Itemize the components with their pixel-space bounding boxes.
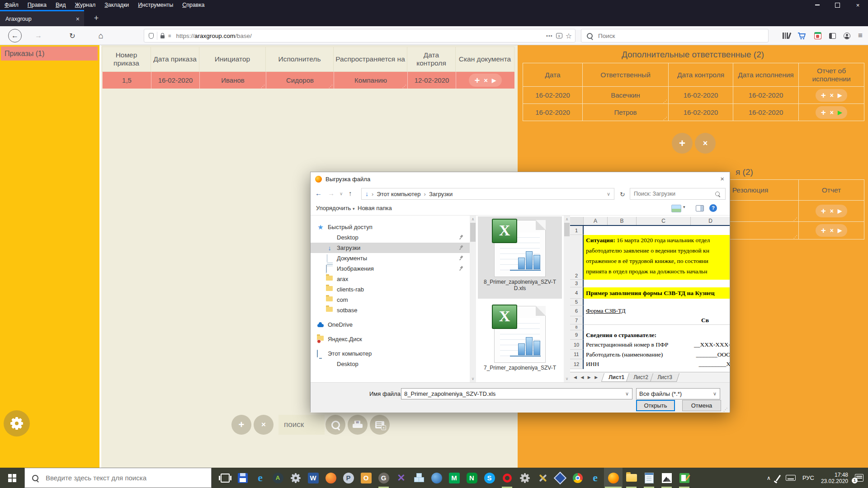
sidebar-item-sotbase[interactable]: sotbase [311, 305, 470, 315]
new-tab-button[interactable]: + [89, 10, 104, 26]
dialog-close-icon[interactable]: × [720, 175, 724, 183]
sidebar-item-onedrive[interactable]: OneDrive [311, 319, 470, 330]
tray-expand-icon[interactable]: ∧ [767, 475, 771, 481]
opera-icon[interactable] [501, 468, 513, 488]
menu-help[interactable]: Справка [178, 0, 209, 10]
permissions-icon[interactable]: ≡ [168, 33, 171, 38]
resize-grip[interactable]: ⋰ [793, 217, 797, 221]
sidebar-item-arax[interactable]: arax [311, 274, 470, 284]
resize-grip[interactable]: ⋰ [793, 235, 797, 239]
open-icon[interactable]: ▶ [838, 92, 842, 99]
add-icon[interactable]: + [821, 206, 826, 216]
restore-button[interactable] [827, 0, 848, 10]
breadcrumb-bar[interactable]: ↓ › Этот компьютер › Загрузки ∨ [361, 188, 614, 200]
taskbar-search[interactable] [24, 468, 212, 488]
tab-sheet3[interactable]: Лист3 [650, 373, 679, 382]
forward-icon[interactable]: → [32, 29, 45, 42]
sidebar-item-clipped[interactable] [311, 369, 470, 380]
internet-explorer-icon[interactable]: e [589, 468, 601, 488]
file-item-selected[interactable]: X 8_Primer_zapolneniya_SZV-TD.xls [478, 216, 562, 299]
onenote-green-icon[interactable] [678, 468, 690, 488]
menu-view[interactable]: Вид [51, 0, 71, 10]
scroll-down-icon[interactable]: ∨ [564, 376, 570, 381]
sphere-browser-icon[interactable] [430, 468, 443, 488]
resp-row1-name[interactable]: Васечкин⋰ [582, 86, 669, 104]
menu-edit[interactable]: Правка [23, 0, 51, 10]
open-icon[interactable]: ▶ [492, 78, 496, 83]
nginx-icon[interactable]: N [466, 468, 478, 488]
fox-app-icon[interactable] [325, 468, 337, 488]
delete-icon[interactable]: × [484, 77, 488, 84]
taskbar-clock[interactable]: 17:48 23.02.2020 [821, 472, 848, 484]
resize-grip[interactable]: ⋰ [663, 99, 667, 103]
app-menu-icon[interactable]: ≡ [858, 31, 863, 40]
open-icon-done[interactable]: ▶ [838, 109, 842, 116]
open-icon[interactable]: ▶ [838, 208, 842, 214]
dialog-search-box[interactable] [630, 188, 726, 200]
reload-icon[interactable]: ↻ [66, 29, 79, 42]
action-center-icon[interactable]: 1 [855, 474, 863, 482]
add-icon[interactable]: + [821, 90, 826, 100]
admin-tools-icon[interactable] [536, 468, 548, 488]
order-date-cell[interactable]: 16-02-2020 [151, 72, 199, 89]
cubes-app-icon[interactable] [413, 468, 425, 488]
resize-grip[interactable]: ⋰ [402, 84, 406, 89]
export-excel-button[interactable]: × [370, 415, 390, 435]
delete-order-button[interactable]: × [254, 415, 274, 435]
sidebar-item-documents[interactable]: Документы [311, 253, 470, 263]
nav-up-icon[interactable]: ↑ [349, 189, 352, 197]
breadcrumb-downloads[interactable]: Загрузки [429, 191, 453, 197]
outlook-icon[interactable]: O [360, 468, 372, 488]
account-icon[interactable] [844, 33, 850, 39]
resp-row1-control[interactable]: 16-02-2020 [668, 86, 733, 104]
scroll-up-icon[interactable]: ∧ [564, 217, 570, 221]
home-icon[interactable]: ⌂ [94, 29, 108, 42]
delete-icon[interactable]: × [830, 227, 834, 234]
add-responsible-button[interactable]: + [672, 133, 693, 154]
view-dropdown-icon[interactable]: ▾ [683, 205, 685, 209]
breadcrumb-this-pc[interactable]: Этот компьютер [377, 191, 420, 197]
sidebar-item-downloads[interactable]: ↓ Загрузки [311, 243, 470, 253]
open-icon[interactable]: ▶ [838, 227, 842, 234]
resize-grip[interactable]: ⋰ [261, 84, 265, 89]
search-button[interactable] [326, 415, 345, 435]
add-icon[interactable]: + [821, 225, 826, 235]
nav-forward-icon[interactable]: → [328, 189, 335, 197]
resp-row2-control[interactable]: 16-02-2020 [668, 103, 733, 121]
sidebar-item-this-pc[interactable]: Этот компьютер [311, 348, 470, 359]
dialog-search-input[interactable] [630, 190, 715, 197]
sidebar-toggle-icon[interactable] [829, 33, 836, 39]
skype-icon[interactable]: S [483, 468, 495, 488]
postgresql-icon[interactable]: P [342, 468, 354, 488]
dropdown-icon[interactable]: ∨ [622, 391, 632, 397]
android-studio-icon[interactable]: A [272, 468, 284, 488]
sidebar-item-quick-access[interactable]: ★ Быстрый доступ [311, 222, 470, 232]
extension-icon[interactable] [814, 32, 821, 39]
refresh-icon[interactable]: ↻ [620, 191, 625, 198]
task-view-icon[interactable] [219, 468, 231, 488]
sidebar-item-yandex-disk[interactable]: Яндекс.Диск [311, 334, 470, 344]
menu-bookmarks[interactable]: Закладки [100, 0, 133, 10]
breadcrumb-dropdown-icon[interactable]: ∨ [607, 191, 614, 197]
delete-icon[interactable]: × [830, 207, 834, 215]
dialog-title-bar[interactable]: Выгрузка файла × [311, 172, 730, 186]
delete-responsible-button[interactable]: × [695, 133, 716, 154]
sidebar-scrollbar[interactable]: ∧ ∨ [470, 216, 476, 382]
add-order-button[interactable]: + [231, 415, 251, 435]
filename-combo[interactable]: ∨ [401, 388, 632, 399]
taskbar-search-input[interactable] [45, 474, 211, 482]
delete-icon[interactable]: × [830, 92, 834, 99]
preview-pane-icon[interactable] [696, 205, 704, 211]
bookmark-star-icon[interactable]: ☆ [566, 32, 572, 40]
file-item[interactable]: X 7_Primer_zapolneniya_SZV-T [478, 302, 562, 382]
pen-tray-icon[interactable] [776, 474, 781, 481]
scrollbar-thumb[interactable] [564, 223, 570, 236]
resp-row2-date[interactable]: 16-02-2020 [523, 103, 583, 121]
virtualbox-icon[interactable] [554, 468, 566, 488]
resp-row2-name[interactable]: Петров⋰ [582, 103, 669, 121]
view-thumbnails-icon[interactable] [671, 205, 681, 212]
order-applies-cell[interactable]: Компанию⋰ [334, 72, 407, 89]
tracking-shield-icon[interactable] [149, 33, 154, 39]
nav-back-icon[interactable]: ← [315, 189, 322, 197]
filename-input[interactable] [401, 390, 622, 398]
